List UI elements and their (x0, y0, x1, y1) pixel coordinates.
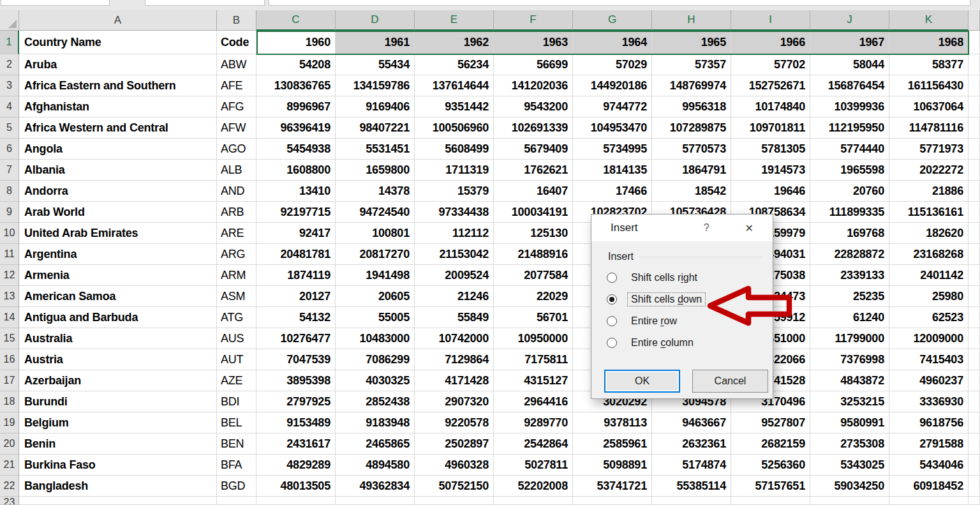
cell-value[interactable]: 1659800 (336, 160, 415, 181)
cell-value[interactable]: 1814135 (573, 160, 652, 181)
cell-value[interactable]: 12009000 (889, 328, 969, 349)
cell-value[interactable]: 7129864 (415, 349, 494, 370)
cell-value[interactable]: 5027811 (494, 455, 573, 476)
cell-overflow[interactable] (969, 455, 980, 476)
row-header-21[interactable]: 21 (0, 455, 19, 476)
cell-year-header-1968[interactable]: 1968 (889, 31, 969, 54)
cell-value[interactable]: 9351442 (415, 96, 494, 117)
cell-code-abw[interactable]: ABW (217, 54, 256, 75)
cell-value[interactable]: 1914573 (731, 160, 810, 181)
cell-value[interactable]: 20760 (810, 181, 889, 202)
cell-value[interactable]: 2964416 (494, 391, 573, 412)
cell-country-aut[interactable]: Austria (19, 349, 217, 370)
cell-value[interactable]: 55385114 (652, 476, 731, 497)
cell-value[interactable]: 3336930 (889, 391, 969, 412)
cell-row23[interactable] (336, 497, 415, 505)
cell-value[interactable]: 21886 (889, 181, 969, 202)
column-header-e[interactable]: E (415, 10, 494, 31)
cell-country-afe[interactable]: Africa Eastern and Southern (19, 75, 217, 96)
cell-country-arb[interactable]: Arab World (19, 202, 217, 223)
cell-value[interactable]: 48013505 (256, 476, 336, 497)
name-box[interactable] (1, 0, 110, 6)
row-header-5[interactable]: 5 (0, 117, 19, 139)
cell-overflow[interactable] (969, 117, 980, 139)
row-header-4[interactable]: 4 (0, 96, 19, 117)
cell-value[interactable]: 3253215 (810, 391, 889, 412)
cell-year-header-1967[interactable]: 1967 (810, 31, 889, 54)
cell-overflow[interactable] (969, 223, 980, 244)
cell-value[interactable]: 5454938 (256, 139, 336, 160)
cell-value[interactable]: 111899335 (810, 202, 889, 223)
radio-entire-column[interactable]: Entire column (607, 336, 773, 350)
cell-value[interactable]: 152752671 (731, 75, 810, 96)
ok-button[interactable]: OK (604, 370, 680, 393)
cell-value[interactable]: 5098891 (573, 455, 652, 476)
insert-function-area[interactable] (145, 0, 265, 6)
cell-value[interactable]: 22029 (494, 286, 573, 307)
cell-value[interactable]: 22828872 (810, 244, 889, 265)
cell-year-header-1961[interactable]: 1961 (336, 31, 415, 54)
cell-value[interactable]: 96396419 (256, 117, 336, 139)
cell-value[interactable]: 9378113 (573, 412, 652, 433)
cell-value[interactable]: 1941498 (336, 265, 415, 286)
cell-value[interactable]: 4030325 (336, 370, 415, 391)
cell-value[interactable]: 55434 (336, 54, 415, 75)
cell-country-atg[interactable]: Antigua and Barbuda (19, 307, 217, 328)
cell-value[interactable]: 7175811 (494, 349, 573, 370)
cell-country-ago[interactable]: Angola (19, 139, 217, 160)
cell-value[interactable]: 112112 (415, 223, 494, 244)
cell-value[interactable]: 2585961 (573, 433, 652, 455)
cell-country-bfa[interactable]: Burkina Faso (19, 455, 217, 476)
cell-value[interactable]: 100801 (336, 223, 415, 244)
row-header-7[interactable]: 7 (0, 160, 19, 181)
cell-overflow[interactable] (969, 286, 980, 307)
cell-overflow[interactable] (969, 328, 980, 349)
column-header-k[interactable]: K (889, 10, 969, 31)
cell-value[interactable]: 56701 (494, 307, 573, 328)
dialog-title-bar[interactable]: Insert ? ✕ (591, 215, 773, 241)
row-header-6[interactable]: 6 (0, 139, 19, 160)
cell-value[interactable]: 2632361 (652, 433, 731, 455)
radio-icon[interactable] (607, 273, 617, 283)
cell-value[interactable]: 4171428 (415, 370, 494, 391)
cell-value[interactable]: 141202036 (494, 75, 573, 96)
cell-overflow[interactable] (969, 412, 980, 433)
cell-value[interactable]: 5174874 (652, 455, 731, 476)
cell-value[interactable]: 2077584 (494, 265, 573, 286)
cell-value[interactable]: 94724540 (336, 202, 415, 223)
cell-country-asm[interactable]: American Samoa (19, 286, 217, 307)
cell-value[interactable]: 92417 (256, 223, 336, 244)
cell-row23[interactable] (494, 497, 573, 505)
column-header-f[interactable]: F (494, 10, 573, 31)
cell-code-aut[interactable]: AUT (217, 349, 256, 370)
cell-value[interactable]: 2797925 (256, 391, 336, 412)
cell-value[interactable]: 3895398 (256, 370, 336, 391)
cell-value[interactable]: 10483000 (336, 328, 415, 349)
cell-code-ago[interactable]: AGO (217, 139, 256, 160)
cell-value[interactable]: 137614644 (415, 75, 494, 96)
cell-country-ben[interactable]: Benin (19, 433, 217, 455)
cell-code-are[interactable]: ARE (217, 223, 256, 244)
cell-value[interactable]: 50752150 (415, 476, 494, 497)
radio-icon[interactable] (607, 316, 617, 326)
cell-value[interactable]: 156876454 (810, 75, 889, 96)
cell-overflow[interactable] (969, 139, 980, 160)
cell-year-header-1965[interactable]: 1965 (652, 31, 731, 54)
radio-entire-row[interactable]: Entire row (607, 314, 773, 328)
cell-value[interactable]: 54208 (256, 54, 336, 75)
cell-value[interactable]: 55005 (336, 307, 415, 328)
cell-country-bdi[interactable]: Burundi (19, 391, 217, 412)
cell-value[interactable]: 10742000 (415, 328, 494, 349)
cell-value[interactable]: 5774440 (810, 139, 889, 160)
cell-code-afe[interactable]: AFE (217, 75, 256, 96)
cell-value[interactable]: 9463667 (652, 412, 731, 433)
cell-value[interactable]: 4315127 (494, 370, 573, 391)
cell-code-arm[interactable]: ARM (217, 265, 256, 286)
cell-value[interactable]: 9618756 (889, 412, 969, 433)
cell-value[interactable]: 112195950 (810, 117, 889, 139)
cell-value[interactable]: 4843872 (810, 370, 889, 391)
cell-value[interactable]: 5531451 (336, 139, 415, 160)
cell-value[interactable]: 1874119 (256, 265, 336, 286)
cell-value[interactable]: 161156430 (889, 75, 969, 96)
cell-code-aus[interactable]: AUS (217, 328, 256, 349)
